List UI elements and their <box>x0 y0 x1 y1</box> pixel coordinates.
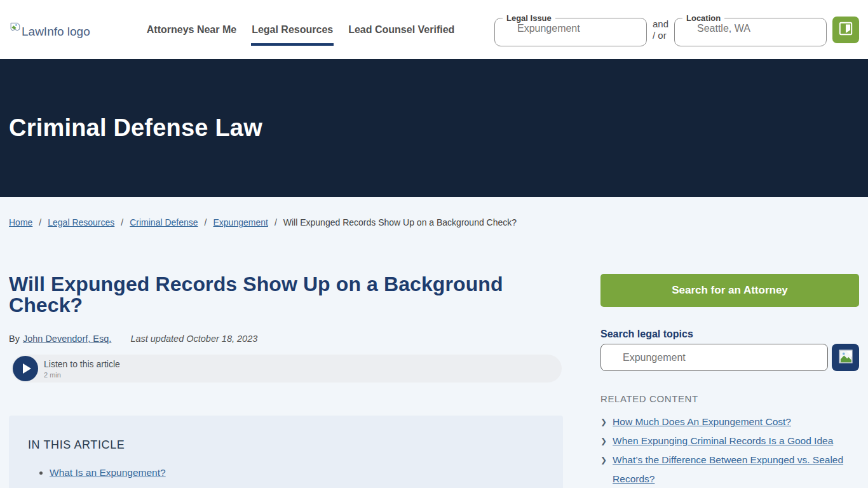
breadcrumb-criminal-defense[interactable]: Criminal Defense <box>130 217 198 227</box>
main-nav: Attorneys Near Me Legal Resources Lead C… <box>146 14 456 46</box>
list-item: What Is an Expungement? <box>50 464 544 481</box>
nav-item-lead-counsel-verified[interactable]: Lead Counsel Verified <box>348 14 455 46</box>
location-label: Location <box>682 13 724 23</box>
topics-search-button[interactable] <box>832 344 859 371</box>
breadcrumb-current-page: Will Expunged Records Show Up on a Backg… <box>283 217 517 227</box>
main-content: Home / Legal Resources / Criminal Defens… <box>0 197 868 488</box>
listen-text: Listen to this article 2 min <box>44 359 120 379</box>
top-bar: LawInfo logo Attorneys Near Me Legal Res… <box>0 0 868 59</box>
listen-duration: 2 min <box>44 371 120 379</box>
search-legal-topics-label: Search legal topics <box>600 329 859 340</box>
related-link-expungement-cost[interactable]: How Much Does An Expungement Cost? <box>613 412 791 431</box>
play-button[interactable] <box>13 356 38 381</box>
related-link-expunging-good-idea[interactable]: When Expunging Criminal Records Is a Goo… <box>613 431 833 451</box>
breadcrumb-expungement[interactable]: Expungement <box>213 217 268 227</box>
listen-player: Listen to this article 2 min <box>11 355 562 383</box>
legal-issue-label: Legal Issue <box>503 13 555 23</box>
list-item: ❯ What’s the Difference Between Expunged… <box>600 451 859 488</box>
play-icon <box>23 363 31 374</box>
breadcrumb-home[interactable]: Home <box>9 217 32 227</box>
related-content-list: ❯ How Much Does An Expungement Cost? ❯ W… <box>600 412 859 488</box>
sidebar: Search for an Attorney Search legal topi… <box>600 274 859 488</box>
chevron-right-icon: ❯ <box>600 451 607 470</box>
article: Will Expunged Records Show Up on a Backg… <box>9 274 568 488</box>
related-link-expunged-vs-sealed[interactable]: What’s the Difference Between Expunged v… <box>613 451 859 488</box>
author-link[interactable]: John Devendorf, Esq. <box>23 334 111 344</box>
and-or-label: and / or <box>653 18 668 41</box>
topics-search-row <box>600 344 859 371</box>
header-search-button[interactable] <box>832 17 859 43</box>
list-item: ❯ How Much Does An Expungement Cost? <box>600 412 859 431</box>
hero-title: Criminal Defense Law <box>9 114 262 142</box>
listen-label: Listen to this article <box>44 359 120 369</box>
nav-item-legal-resources[interactable]: Legal Resources <box>251 14 334 46</box>
byline-prefix: By <box>9 334 20 344</box>
broken-image-icon <box>9 22 21 36</box>
byline: By John Devendorf, Esq. Last updated Oct… <box>9 334 568 344</box>
breadcrumb-legal-resources[interactable]: Legal Resources <box>48 217 114 227</box>
legal-topics-input[interactable] <box>600 344 828 371</box>
legal-issue-input[interactable] <box>495 23 646 39</box>
legal-issue-field: Legal Issue <box>494 13 647 46</box>
breadcrumb-separator: / <box>205 217 207 227</box>
hero-banner: Criminal Defense Law <box>0 59 868 197</box>
in-this-article-box: IN THIS ARTICLE What Is an Expungement? <box>9 416 563 488</box>
logo[interactable]: LawInfo logo <box>9 22 90 37</box>
toc-link-what-is-an-expungement[interactable]: What Is an Expungement? <box>50 467 166 478</box>
list-item: ❯ When Expunging Criminal Records Is a G… <box>600 431 859 451</box>
search-for-attorney-button[interactable]: Search for an Attorney <box>600 274 859 307</box>
last-updated: Last updated October 18, 2023 <box>130 334 257 344</box>
in-this-article-heading: IN THIS ARTICLE <box>28 438 544 452</box>
broken-image-icon <box>837 348 854 367</box>
location-field: Location <box>674 13 827 46</box>
logo-alt-text: LawInfo logo <box>22 25 90 37</box>
broken-image-icon <box>837 20 854 39</box>
breadcrumb-separator: / <box>275 217 277 227</box>
breadcrumb-separator: / <box>121 217 123 227</box>
nav-item-attorneys-near-me[interactable]: Attorneys Near Me <box>146 14 237 46</box>
chevron-right-icon: ❯ <box>600 431 607 451</box>
breadcrumb: Home / Legal Resources / Criminal Defens… <box>9 217 859 227</box>
in-this-article-list: What Is an Expungement? <box>28 464 544 481</box>
header-search: Legal Issue and / or Location <box>494 13 859 46</box>
related-content-heading: RELATED CONTENT <box>600 393 859 404</box>
location-input[interactable] <box>675 23 826 39</box>
breadcrumb-separator: / <box>39 217 41 227</box>
chevron-right-icon: ❯ <box>600 412 607 431</box>
article-title: Will Expunged Records Show Up on a Backg… <box>9 274 568 316</box>
